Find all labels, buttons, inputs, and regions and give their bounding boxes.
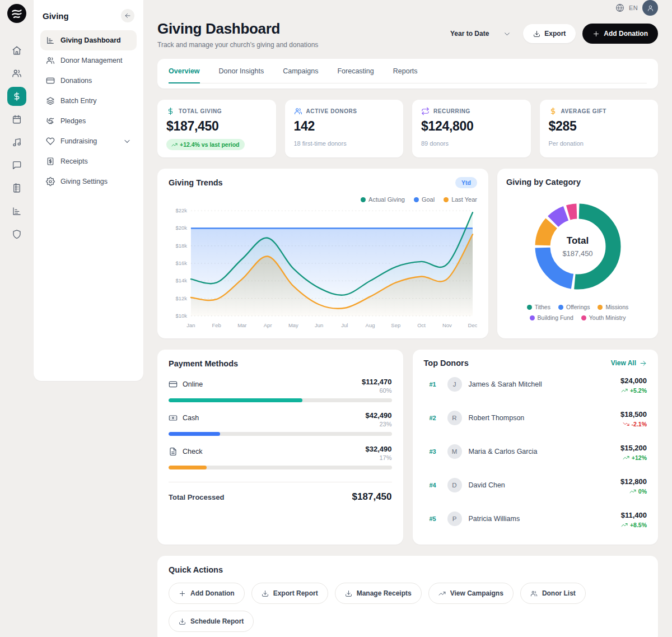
user-avatar[interactable] bbox=[642, 0, 658, 16]
sidebar-collapse-button[interactable] bbox=[121, 9, 134, 22]
rail-item[interactable] bbox=[7, 64, 26, 83]
sidebar-item[interactable]: Giving Settings bbox=[40, 171, 137, 192]
payment-amount: $112,470 bbox=[362, 378, 392, 386]
quick-action-button[interactable]: Manage Receipts bbox=[335, 583, 422, 604]
trending-up-icon bbox=[438, 590, 446, 597]
quick-action-button[interactable]: Export Report bbox=[251, 583, 328, 604]
svg-text:May: May bbox=[288, 322, 298, 328]
legend-item: Youth Ministry bbox=[581, 314, 626, 321]
tab[interactable]: Reports bbox=[393, 67, 418, 83]
person-icon bbox=[647, 4, 654, 12]
language-label[interactable]: EN bbox=[629, 4, 638, 11]
stat-card: RECURRING $124,800 89 donors bbox=[412, 100, 531, 157]
donor-rows: #1 J James & Sarah Mitchell $24,000 +5.2… bbox=[424, 368, 647, 536]
payment-bar-track bbox=[169, 432, 392, 436]
payment-bar-track bbox=[169, 466, 392, 469]
sidebar-item[interactable]: Fundraising bbox=[40, 131, 137, 151]
donor-row[interactable]: #3 M Maria & Carlos Garcia $15,200 +12% bbox=[424, 435, 647, 468]
rail-item[interactable] bbox=[7, 41, 26, 60]
refresh-icon bbox=[421, 107, 430, 115]
rail-item[interactable] bbox=[7, 179, 26, 198]
total-processed-value: $187,450 bbox=[352, 491, 392, 503]
donor-row[interactable]: #4 D David Chen $12,800 0% bbox=[424, 468, 647, 502]
donor-change: +5.2% bbox=[620, 387, 647, 394]
donor-name: Patricia Williams bbox=[469, 515, 614, 523]
rail-item[interactable] bbox=[7, 225, 26, 244]
sidebar-item[interactable]: Giving Dashboard bbox=[40, 30, 137, 50]
donor-change: +12% bbox=[620, 454, 647, 461]
tab[interactable]: Forecasting bbox=[337, 67, 374, 83]
sidebar-item[interactable]: Donor Management bbox=[40, 50, 137, 71]
building-icon bbox=[12, 183, 22, 193]
payment-bar-fill bbox=[169, 432, 220, 436]
app-root: Giving Giving Dashboard Donor Management bbox=[0, 0, 672, 637]
donut-chart bbox=[528, 196, 628, 297]
tab[interactable]: Campaigns bbox=[283, 67, 318, 83]
sidebar-item-label: Donations bbox=[60, 77, 131, 85]
bar-chart-icon bbox=[46, 36, 55, 45]
svg-text:$12k: $12k bbox=[175, 295, 187, 301]
dollar-icon bbox=[549, 107, 557, 115]
arrow-left-icon bbox=[124, 12, 131, 19]
globe-icon[interactable] bbox=[615, 3, 624, 12]
donor-rank: #5 bbox=[430, 515, 441, 522]
date-range-select[interactable]: Year to Date bbox=[445, 25, 516, 43]
sidebar-item[interactable]: Receipts bbox=[40, 151, 137, 171]
sidebar-item[interactable]: Batch Entry bbox=[40, 91, 137, 111]
svg-text:Aug: Aug bbox=[366, 322, 375, 328]
sidebar-item[interactable]: Pledges bbox=[40, 111, 137, 131]
tab[interactable]: Donor Insights bbox=[219, 67, 264, 83]
donor-rank: #3 bbox=[430, 448, 441, 455]
donor-row[interactable]: #2 R Robert Thompson $18,500 -2.1% bbox=[424, 401, 647, 435]
svg-text:Apr: Apr bbox=[264, 322, 272, 328]
page-subtitle: Track and manage your church's giving an… bbox=[157, 41, 318, 49]
donor-row[interactable]: #5 P Patricia Williams $11,400 +8.5% bbox=[424, 502, 647, 536]
flowbudd-logo[interactable] bbox=[7, 4, 26, 23]
donor-name: Maria & Carlos Garcia bbox=[469, 448, 614, 455]
donor-row[interactable]: #1 J James & Sarah Mitchell $24,000 +5.2… bbox=[424, 368, 647, 401]
page-title-block: Giving Dashboard Track and manage your c… bbox=[157, 20, 318, 49]
charts-row: Giving Trends Ytd Actual Giving Goal bbox=[157, 169, 658, 338]
legend-dot bbox=[527, 305, 532, 310]
users-icon bbox=[46, 56, 55, 65]
rail-item[interactable] bbox=[7, 133, 26, 152]
stat-subtext: 89 donors bbox=[421, 140, 522, 147]
payment-row: Online $112,470 60% bbox=[169, 378, 392, 402]
export-button[interactable]: Export bbox=[523, 24, 576, 43]
home-icon bbox=[12, 45, 22, 55]
rail-item[interactable] bbox=[7, 87, 26, 106]
donor-change: -2.1% bbox=[620, 421, 647, 427]
quick-action-button[interactable]: Schedule Report bbox=[169, 611, 254, 632]
sidebar-item[interactable]: Donations bbox=[40, 71, 137, 91]
tab[interactable]: Overview bbox=[169, 67, 200, 83]
period-badge[interactable]: Ytd bbox=[455, 177, 477, 188]
trending-up-icon bbox=[621, 522, 628, 528]
dollar-icon bbox=[12, 91, 22, 101]
add-donation-button[interactable]: Add Donation bbox=[582, 24, 658, 44]
payment-label: Online bbox=[183, 380, 203, 388]
rail-item[interactable] bbox=[7, 156, 26, 175]
donor-rank: #1 bbox=[430, 381, 441, 388]
giving-trends-chart: $10k$12k$14k$16k$18k$20k$22kJanFebMarApr… bbox=[169, 205, 477, 332]
quick-action-button[interactable]: Donor List bbox=[520, 583, 586, 604]
gear-icon bbox=[46, 177, 55, 186]
donor-rank: #4 bbox=[430, 482, 441, 489]
page-header: Giving Dashboard Track and manage your c… bbox=[157, 20, 658, 49]
legend-dot bbox=[598, 305, 603, 310]
stat-subtext: 18 first-time donors bbox=[294, 140, 395, 147]
stats-row: TOTAL GIVING $187,450 +12.4% vs last per… bbox=[157, 100, 658, 157]
svg-text:Jun: Jun bbox=[315, 322, 323, 328]
view-all-link[interactable]: View All bbox=[611, 359, 647, 367]
payment-row: Cash $42,490 23% bbox=[169, 411, 392, 436]
stat-value: $124,800 bbox=[421, 119, 522, 134]
rail-item[interactable] bbox=[7, 110, 26, 129]
download-icon bbox=[179, 618, 186, 625]
svg-text:Jul: Jul bbox=[341, 322, 348, 328]
svg-text:Sep: Sep bbox=[391, 322, 400, 328]
rail-item[interactable] bbox=[7, 202, 26, 221]
sidebar-header: Giving bbox=[40, 8, 137, 30]
receipt-icon bbox=[46, 157, 55, 166]
heart-icon bbox=[46, 137, 55, 146]
quick-action-button[interactable]: Add Donation bbox=[169, 583, 245, 604]
quick-action-button[interactable]: View Campaigns bbox=[428, 583, 514, 604]
